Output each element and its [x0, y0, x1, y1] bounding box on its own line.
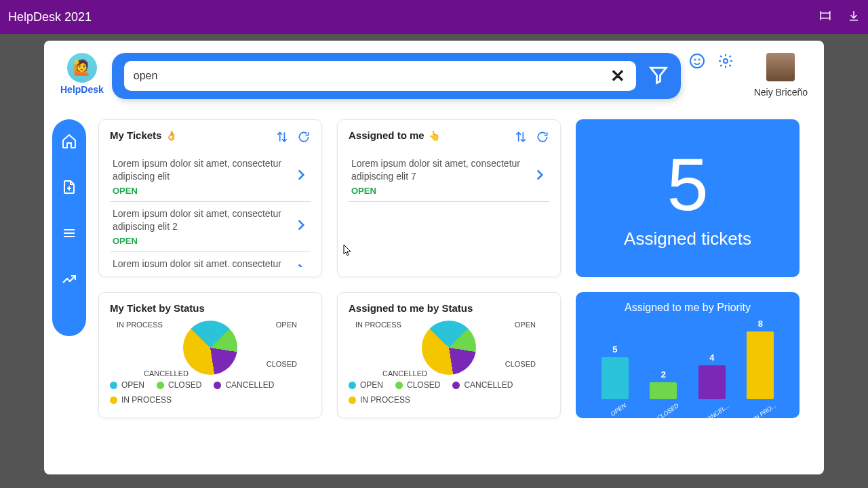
bar-label: CANCEL... — [703, 402, 731, 424]
bar-label: IN PRO... — [752, 402, 777, 422]
legend-label: IN PROCESS — [121, 395, 172, 405]
slice-label-closed: CLOSED — [505, 360, 536, 368]
legend-dot — [452, 382, 460, 389]
ticket-list[interactable]: Lorem ipsum dolor sit amet, consectetur … — [349, 152, 549, 267]
feedback-icon[interactable] — [689, 53, 705, 72]
nav-list-icon[interactable] — [61, 225, 77, 244]
bar — [650, 382, 677, 399]
refresh-icon[interactable] — [297, 130, 311, 146]
svg-rect-0 — [821, 13, 830, 18]
chevron-right-icon[interactable] — [294, 165, 308, 187]
slice-label-cancelled: CANCELLED — [382, 369, 427, 378]
nav-new-icon[interactable] — [61, 179, 77, 198]
ticket-row[interactable]: Lorem ipsum dolor sit amet, consectetur … — [349, 152, 549, 202]
brand-icon: 🙋 — [67, 53, 97, 83]
chevron-right-icon[interactable] — [294, 216, 308, 237]
panel-my-tickets: My Tickets 👌 Lorem ipsum dolor sit amet,… — [98, 119, 322, 277]
assigned-count-label: Assigned tickets — [624, 228, 751, 249]
bar — [601, 357, 629, 400]
legend-dot — [214, 382, 221, 389]
legend-item: OPEN — [349, 380, 383, 390]
side-nav — [52, 119, 86, 336]
panel-title: My Tickets 👌 — [110, 129, 177, 141]
svg-point-11 — [724, 59, 728, 63]
legend-label: CLOSED — [168, 380, 201, 390]
panel-my-status: My Ticket by Status OPEN CLOSED CANCELLE… — [98, 292, 322, 418]
bar-label: OPEN — [610, 402, 628, 418]
sort-icon[interactable] — [514, 130, 528, 146]
ticket-title: Lorem ipsum dolor sit amet, consectetur … — [113, 157, 289, 183]
clear-icon[interactable]: ✕ — [606, 66, 629, 87]
filter-icon[interactable] — [648, 64, 669, 87]
ticket-title: Lorem ipsum dolor sit amet, consectetur … — [351, 157, 528, 183]
panel-title: Assigned to me by Priority — [587, 302, 789, 314]
legend-item: CLOSED — [395, 380, 440, 390]
nav-home-icon[interactable] — [61, 133, 77, 152]
ticket-title: Lorem ipsum dolor sit amet, consectetur — [113, 258, 289, 267]
panel-assigned: Assigned to me 👆 Lorem ipsum dolor sit a… — [337, 119, 561, 277]
tile-assigned-count[interactable]: 5 Assigned tickets — [576, 119, 800, 277]
panel-title: Assigned to me by Status — [349, 302, 549, 314]
bar-label: CLOSED — [655, 402, 679, 422]
window-expand-icon[interactable] — [819, 9, 831, 24]
ticket-title: Lorem ipsum dolor sit amet, consectetur … — [113, 207, 289, 233]
svg-point-9 — [694, 60, 695, 60]
chevron-right-icon[interactable] — [533, 165, 547, 187]
user-profile[interactable]: Neiy Briceño — [754, 53, 808, 98]
bar — [698, 365, 726, 399]
legend-dot — [110, 396, 117, 404]
legend-label: CLOSED — [407, 380, 440, 390]
app-title: HelpDesk 2021 — [8, 10, 92, 24]
legend-label: OPEN — [360, 380, 383, 390]
panel-title-text: My Tickets — [110, 129, 161, 141]
ticket-row[interactable]: Lorem ipsum dolor sit amet, consectetur … — [110, 202, 311, 252]
legend-label: IN PROCESS — [360, 395, 410, 405]
point-up-icon: 👆 — [429, 130, 440, 141]
slice-label-cancelled: CANCELLED — [144, 369, 189, 378]
refresh-icon[interactable] — [536, 130, 549, 146]
bar-value: 2 — [661, 369, 666, 380]
download-icon[interactable] — [848, 9, 860, 24]
search-box: ✕ — [124, 61, 636, 91]
ticket-row[interactable]: Lorem ipsum dolor sit amet, consecteturO… — [110, 252, 311, 267]
slice-label-inprocess: IN PROCESS — [117, 321, 163, 329]
bar — [747, 331, 774, 399]
pie-chart: OPEN CLOSED CANCELLED IN PROCESS — [349, 321, 549, 375]
legend-dot — [349, 396, 356, 404]
ticket-list[interactable]: Lorem ipsum dolor sit amet, consectetur … — [110, 152, 311, 267]
bar-value: 4 — [709, 352, 714, 363]
ticket-status: OPEN — [113, 186, 289, 196]
nav-analytics-icon[interactable] — [61, 271, 77, 290]
legend-item: CANCELLED — [452, 380, 513, 390]
bar-column: 8IN PRO... — [744, 319, 776, 409]
chevron-right-icon[interactable] — [294, 260, 308, 268]
bar-column: 4CANCEL... — [696, 352, 728, 409]
panel-title: Assigned to me 👆 — [349, 129, 440, 141]
search-input[interactable] — [134, 70, 606, 82]
slice-label-open: OPEN — [515, 321, 536, 329]
legend-label: CANCELLED — [464, 380, 513, 390]
bar-column: 5OPEN — [599, 344, 631, 409]
assigned-count-value: 5 — [667, 147, 708, 222]
svg-marker-7 — [650, 68, 666, 83]
title-bar: HelpDesk 2021 — [0, 0, 868, 34]
svg-point-8 — [690, 54, 704, 68]
legend-dot — [157, 382, 164, 389]
legend-dot — [349, 382, 356, 389]
sort-icon[interactable] — [275, 130, 289, 146]
legend-item: CLOSED — [157, 380, 201, 390]
panel-assigned-status: Assigned to me by Status OPEN CLOSED CAN… — [337, 292, 561, 418]
ticket-row[interactable]: Lorem ipsum dolor sit amet, consectetur … — [110, 152, 311, 202]
legend-item: CANCELLED — [214, 380, 274, 390]
legend-dot — [395, 382, 403, 389]
legend-item: OPEN — [110, 380, 144, 390]
legend-dot — [110, 382, 117, 389]
search-bar: ✕ — [112, 53, 681, 99]
settings-icon[interactable] — [717, 53, 734, 72]
brand-logo[interactable]: 🙋 HelpDesk — [60, 53, 104, 95]
slice-label-inprocess: IN PROCESS — [355, 321, 401, 329]
avatar — [766, 53, 795, 81]
bar-value: 8 — [758, 319, 763, 329]
ok-hand-icon: 👌 — [165, 130, 177, 141]
legend-item: IN PROCESS — [110, 395, 172, 405]
